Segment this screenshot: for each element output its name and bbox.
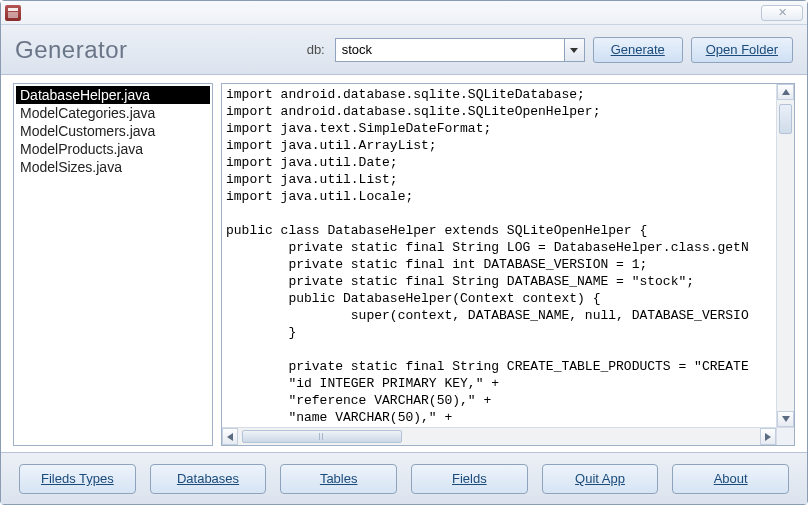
footer-bar: Fileds TypesDatabasesTablesFieldsQuit Ap… <box>1 452 807 504</box>
scroll-right-button[interactable] <box>760 428 776 445</box>
file-list[interactable]: DatabaseHelper.javaModelCategories.javaM… <box>13 83 213 446</box>
triangle-up-icon <box>782 88 790 96</box>
triangle-right-icon <box>764 433 772 441</box>
scroll-corner <box>776 427 794 445</box>
code-panel: import android.database.sqlite.SQLiteDat… <box>221 83 795 446</box>
fields-button[interactable]: Fields <box>411 464 528 494</box>
svg-marker-3 <box>782 89 790 95</box>
db-label: db: <box>307 42 325 57</box>
app-window: ✕ Generator db: Generate Open Folder Dat… <box>0 0 808 505</box>
main-body: DatabaseHelper.javaModelCategories.javaM… <box>1 75 807 452</box>
file-list-item[interactable]: DatabaseHelper.java <box>16 86 210 104</box>
svg-marker-6 <box>765 433 771 441</box>
quit-app-button[interactable]: Quit App <box>542 464 659 494</box>
scroll-left-button[interactable] <box>222 428 238 445</box>
scroll-down-button[interactable] <box>777 411 794 427</box>
window-close-button[interactable]: ✕ <box>761 5 803 21</box>
svg-rect-1 <box>8 12 18 18</box>
chevron-down-icon <box>570 46 578 54</box>
file-list-item[interactable]: ModelProducts.java <box>16 140 210 158</box>
vertical-scrollbar[interactable] <box>776 84 794 427</box>
triangle-left-icon <box>226 433 234 441</box>
titlebar: ✕ <box>1 1 807 25</box>
db-input[interactable] <box>336 39 564 61</box>
triangle-down-icon <box>782 415 790 423</box>
file-list-item[interactable]: ModelCustomers.java <box>16 122 210 140</box>
svg-marker-4 <box>782 416 790 422</box>
horizontal-scrollbar[interactable] <box>222 427 776 445</box>
db-combobox[interactable] <box>335 38 585 62</box>
vertical-scroll-thumb[interactable] <box>779 104 792 134</box>
fields-types-button[interactable]: Fileds Types <box>19 464 136 494</box>
db-dropdown-button[interactable] <box>564 39 584 61</box>
svg-marker-5 <box>227 433 233 441</box>
close-icon: ✕ <box>778 6 787 19</box>
app-icon <box>5 5 21 21</box>
tables-button[interactable]: Tables <box>280 464 397 494</box>
svg-rect-0 <box>8 8 18 11</box>
horizontal-scroll-thumb[interactable] <box>242 430 402 443</box>
generate-button[interactable]: Generate <box>593 37 683 63</box>
open-folder-button[interactable]: Open Folder <box>691 37 793 63</box>
about-button[interactable]: About <box>672 464 789 494</box>
file-list-item[interactable]: ModelSizes.java <box>16 158 210 176</box>
page-title: Generator <box>15 36 128 64</box>
code-text[interactable]: import android.database.sqlite.SQLiteDat… <box>222 84 776 427</box>
scroll-up-button[interactable] <box>777 84 794 100</box>
file-list-item[interactable]: ModelCategories.java <box>16 104 210 122</box>
header-bar: Generator db: Generate Open Folder <box>1 25 807 75</box>
svg-marker-2 <box>570 48 578 53</box>
databases-button[interactable]: Databases <box>150 464 267 494</box>
